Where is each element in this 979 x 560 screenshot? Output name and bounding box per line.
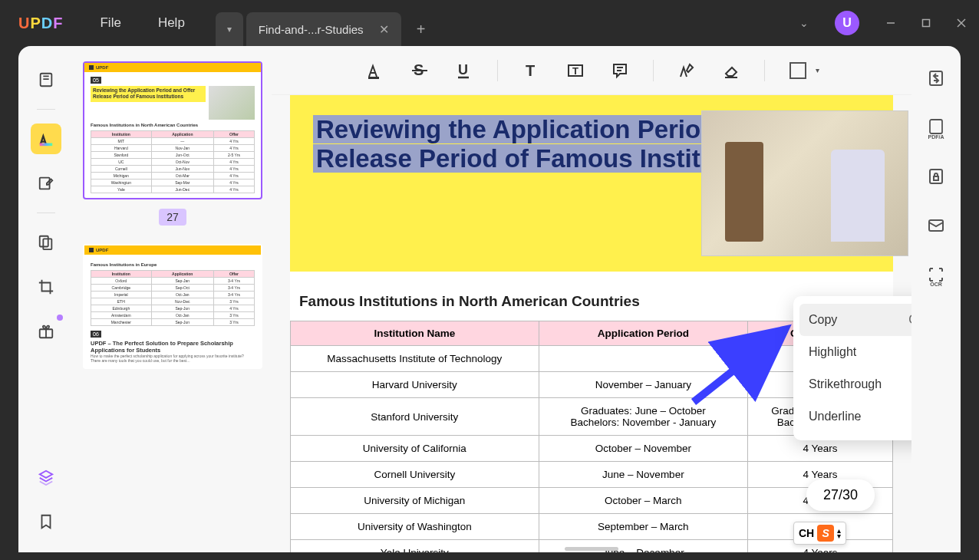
thumbnail-page-28[interactable]: UPDF Famous Institutions in Europe Insti… [83,244,262,369]
strikethrough-tool[interactable]: S [408,59,431,82]
comment-mode-button[interactable] [31,124,61,154]
table-cell: Stanford University [291,398,539,436]
table-cell [539,346,748,372]
ime-lang: CH [799,527,814,539]
underline-tool[interactable]: U [453,59,476,82]
svg-rect-13 [368,77,379,79]
eraser-tool[interactable] [720,59,743,82]
table-cell: Yale University [291,540,539,553]
context-menu: Copy Ctrl+C Highlight Strikethrough Unde… [793,296,911,440]
table-cell: June – November [539,462,748,488]
crop-button[interactable] [31,272,61,302]
context-highlight[interactable]: Highlight [793,336,911,368]
svg-text:U: U [458,62,468,77]
ocr-label: OCR [930,282,942,287]
tab-add-button[interactable]: + [404,12,438,46]
user-avatar[interactable]: U [835,11,859,35]
separator [653,60,654,81]
titlebar: UPDF File Help ▾ Find-and-...r-Studies ✕… [0,0,979,46]
thumb-title: UPDF – The Perfect Solution to Prepare S… [91,340,255,354]
tab-home[interactable]: ▾ [216,12,243,46]
svg-rect-7 [40,143,53,147]
gift-button[interactable] [31,316,61,347]
ocr-button[interactable]: OCR [922,261,950,288]
menu-file[interactable]: File [100,15,120,31]
svg-rect-28 [934,176,938,180]
text-tool[interactable]: T [519,59,542,82]
thumbnail-page-27[interactable]: UPDF 05 Reviewing the Application Period… [83,61,262,199]
document-viewport[interactable]: Reviewing the Application Period and Off… [272,95,911,552]
table-cell: University of Washington [291,514,539,540]
annotation-toolbar: S U T T ▾ [272,46,911,95]
highlight-tool[interactable] [364,59,387,82]
convert-button[interactable] [922,64,950,92]
resize-handle[interactable] [565,547,618,551]
table-cell: Harvard University [291,372,539,398]
separator [764,60,765,81]
separator [497,60,498,81]
ime-toggle-icon[interactable]: ▴▾ [837,528,841,539]
context-copy-shortcut: Ctrl+C [908,313,911,327]
pencil-tool[interactable] [675,59,698,82]
protect-button[interactable] [922,163,950,190]
document-area: S U T T ▾ Reviewing the Application Peri… [272,46,911,552]
note-tool[interactable] [608,59,631,82]
thumbnail-label: 27 [159,209,186,226]
pdfa-button[interactable]: PDF/A [922,114,950,141]
window-menu-dropdown[interactable]: ⌄ [787,17,821,29]
svg-rect-1 [923,20,930,27]
svg-text:T: T [572,65,578,77]
close-button[interactable] [944,0,979,46]
table-cell: September – March [539,514,748,540]
table-row: Cornell UniversityJune – November4 Years [291,462,893,488]
thumb-section-number: 06 [91,331,101,338]
table-cell: University of California [291,436,539,462]
context-copy[interactable]: Copy Ctrl+C [799,304,911,336]
ime-engine-icon: S [817,525,834,542]
table-row: University of MichiganOctober – March4 Y… [291,488,893,514]
table-cell: November – January [539,372,748,398]
shape-tool[interactable] [786,59,809,82]
thumb-section-number: 05 [91,77,101,84]
ime-indicator[interactable]: CH S ▴▾ [793,522,846,545]
table-cell: Cornell University [291,462,539,488]
tab-document[interactable]: Find-and-...r-Studies ✕ [246,12,401,46]
organize-pages-button[interactable] [31,227,61,258]
table-cell: Graduates: June – October Bachelors: Nov… [539,398,748,436]
svg-text:T: T [526,62,535,79]
table-header: Application Period [539,321,748,346]
minimize-button[interactable] [873,0,908,46]
table-cell: October – November [539,436,748,462]
bookmark-button[interactable] [31,506,61,537]
window-controls: ⌄ U [787,0,979,46]
share-button[interactable] [922,212,950,239]
separator [37,109,55,110]
tab-close-icon[interactable]: ✕ [379,22,389,37]
edit-mode-button[interactable] [31,168,61,199]
svg-rect-26 [930,120,942,133]
table-cell: October – March [539,488,748,514]
tab-label: Find-and-...r-Studies [259,23,364,36]
layers-button[interactable] [31,462,61,492]
thumb-caption: Famous Institutions in North American Co… [91,123,255,127]
hero-image [701,110,908,256]
menu-help[interactable]: Help [158,15,185,31]
context-underline[interactable]: Underline [793,400,911,433]
pdfa-label: PDF/A [928,134,944,140]
right-toolbar: PDF/A OCR [911,46,961,552]
maximize-button[interactable] [908,0,944,46]
separator [37,212,55,213]
shape-dropdown-icon[interactable]: ▾ [816,66,819,74]
table-cell: University of Michigan [291,488,539,514]
notification-dot [57,315,63,321]
tab-strip: ▾ Find-and-...r-Studies ✕ + [216,0,438,46]
reader-mode-button[interactable] [31,64,61,95]
context-strikethrough[interactable]: Strikethrough [793,368,911,400]
svg-rect-8 [40,178,50,189]
workspace: UPDF 05 Reviewing the Application Period… [18,46,961,552]
textbox-tool[interactable]: T [564,59,587,82]
app-logo: UPDF [18,15,63,32]
thumb-caption: Famous Institutions in Europe [91,262,255,267]
page-indicator[interactable]: 27/30 [806,479,875,511]
table-header: Institution Name [291,321,539,346]
